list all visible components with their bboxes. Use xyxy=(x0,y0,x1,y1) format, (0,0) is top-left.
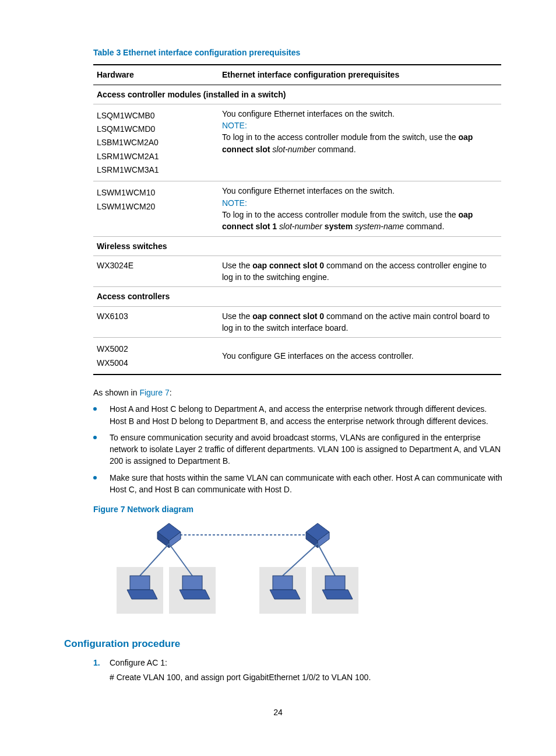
hw-item: LSWM1WCM20 xyxy=(97,201,215,212)
table-row: WX5002 WX5004 You configure GE interface… xyxy=(93,338,501,374)
note-label: NOTE: xyxy=(222,120,498,131)
cell-text: To log in to the access controller modul… xyxy=(222,131,498,155)
prerequisites-table: Hardware Ethernet interface configuratio… xyxy=(93,64,501,375)
figure-caption: Figure 7 Network diagram xyxy=(93,503,504,515)
table-row: WX6103 Use the oap connect slot 0 comman… xyxy=(93,306,501,338)
step-item: Configure AC 1: # Create VLAN 100, and a… xyxy=(93,657,504,683)
page-number: 24 xyxy=(52,706,504,718)
svg-rect-17 xyxy=(182,576,202,590)
th-prereq: Ethernet interface configuration prerequ… xyxy=(219,65,501,85)
th-hardware: Hardware xyxy=(93,65,219,85)
hw-item: WX3024E xyxy=(93,256,219,287)
svg-rect-15 xyxy=(130,576,150,590)
network-diagram xyxy=(111,520,390,625)
cell-text: You configure Ethernet interfaces on the… xyxy=(222,185,498,197)
cell-text: You configure GE interfaces on the acces… xyxy=(219,338,501,374)
hw-item: LSQM1WCMB0 xyxy=(97,110,215,121)
hw-item: LSWM1WCM10 xyxy=(97,187,215,198)
step-detail: # Create VLAN 100, and assign port Gigab… xyxy=(110,671,504,683)
hw-item: LSRM1WCM2A1 xyxy=(97,150,215,162)
section-access-controllers: Access controllers xyxy=(93,287,501,306)
list-item: Make sure that hosts within the same VLA… xyxy=(93,472,504,496)
hw-item: WX5004 xyxy=(97,357,215,369)
svg-marker-20 xyxy=(270,590,300,599)
bulleted-list: Host A and Host C belong to Department A… xyxy=(93,403,504,495)
svg-marker-16 xyxy=(127,590,157,599)
hw-item: WX5002 xyxy=(97,343,215,355)
hw-item: WX6103 xyxy=(93,306,219,338)
note-label: NOTE: xyxy=(222,197,498,209)
ordered-steps: Configure AC 1: # Create VLAN 100, and a… xyxy=(93,657,504,683)
section-wireless-switches: Wireless switches xyxy=(93,236,501,256)
hw-item: LSBM1WCM2A0 xyxy=(97,136,215,148)
svg-marker-22 xyxy=(322,590,353,599)
section-heading-config-procedure: Configuration procedure xyxy=(64,637,504,652)
intro-paragraph: As shown in Figure 7: xyxy=(93,387,504,398)
svg-rect-19 xyxy=(273,576,293,590)
cell-text: You configure Ethernet interfaces on the… xyxy=(222,108,498,120)
list-item: To ensure communication security and avo… xyxy=(93,432,504,467)
table-row: LSQM1WCMB0 LSQM1WCMD0 LSBM1WCM2A0 LSRM1W… xyxy=(93,104,501,181)
hw-item: LSRM1WCM3A1 xyxy=(97,164,215,176)
hw-item: LSQM1WCMD0 xyxy=(97,123,215,135)
section-access-modules: Access controller modules (installed in … xyxy=(93,85,501,104)
table-caption: Table 3 Ethernet interface configuration… xyxy=(93,47,504,58)
cell-text: To log in to the access controller modul… xyxy=(222,209,498,233)
svg-marker-18 xyxy=(180,590,210,599)
svg-rect-21 xyxy=(325,576,345,590)
table-row: LSWM1WCM10 LSWM1WCM20 You configure Ethe… xyxy=(93,181,501,236)
cell-text: Use the oap connect slot 0 command on th… xyxy=(219,256,501,287)
figure-link[interactable]: Figure 7 xyxy=(139,388,169,397)
list-item: Host A and Host C belong to Department A… xyxy=(93,403,504,427)
table-row: WX3024E Use the oap connect slot 0 comma… xyxy=(93,256,501,287)
cell-text: Use the oap connect slot 0 command on th… xyxy=(219,306,501,338)
